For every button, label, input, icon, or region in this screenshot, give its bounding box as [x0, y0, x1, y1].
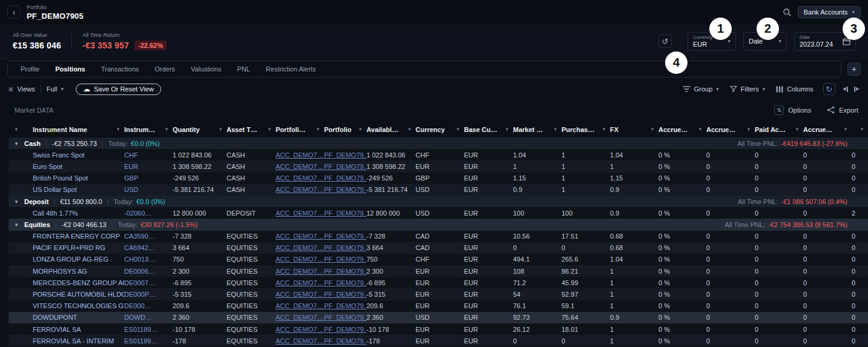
instrument-id-cell[interactable]: EUR	[124, 163, 173, 170]
tab-orders[interactable]: Orders	[147, 61, 183, 77]
column-header[interactable]: Instrument Name▾	[24, 126, 124, 133]
group-chevron-icon[interactable]: ▾	[8, 222, 24, 228]
group-chevron-icon[interactable]: ▾	[8, 140, 24, 147]
instrument-id-cell[interactable]: DE000P…	[124, 291, 173, 298]
group-button[interactable]: Group ▾	[683, 85, 719, 93]
instrument-name-cell[interactable]: PACIF EXPLR+PRD RG	[24, 244, 124, 251]
column-header[interactable]: Quantity▾	[173, 126, 227, 133]
instrument-id-cell[interactable]: CHF	[124, 151, 173, 159]
search-icon[interactable]	[783, 8, 792, 17]
group-row[interactable]: ▾Deposit|€11 500 800.0|Today:€0.0 (0%)Al…	[8, 196, 868, 207]
group-row[interactable]: ▾Cash|-€2 753 250.73|Today:€0.0 (0%)All …	[8, 137, 868, 149]
instrument-id-cell[interactable]: GBP	[124, 174, 173, 182]
account-link[interactable]: ACC_DEMO7…	[276, 314, 324, 321]
column-menu-icon[interactable]: ▾	[317, 127, 319, 132]
tab-transactions[interactable]: Transactions	[93, 61, 147, 77]
instrument-name-cell[interactable]: Call 48h 1.77%	[24, 210, 124, 217]
column-header[interactable]: Accrue…▾	[803, 126, 852, 133]
portfolio-link[interactable]: PF_DEMO79…	[324, 186, 366, 193]
account-link[interactable]: ACC_DEMO7…	[276, 210, 324, 217]
account-link[interactable]: ACC_DEMO7…	[276, 163, 324, 170]
column-menu-icon[interactable]: ▾	[268, 127, 271, 132]
portfolio-link[interactable]: PF_DEMO79…	[324, 233, 366, 240]
column-menu-icon[interactable]: ▾	[796, 127, 798, 132]
expand-all-icon[interactable]: ▾	[8, 127, 24, 132]
instrument-name-cell[interactable]: VITESCO TECHNOLOGIES GR…	[24, 302, 124, 309]
instrument-name-cell[interactable]: US Dollar Spot	[24, 186, 124, 193]
portfolio-link[interactable]: PF_DEMO79…	[324, 291, 366, 298]
column-header[interactable]: Base Cu…▾	[464, 126, 513, 133]
account-link[interactable]: ACC_DEMO7…	[276, 256, 324, 263]
bank-accounts-dropdown[interactable]: Bank Accounts ▾	[798, 6, 861, 18]
table-row[interactable]: US Dollar SpotUSD-5 381 216.74CASHACC_DE…	[8, 184, 868, 196]
account-link[interactable]: ACC_DEMO7…	[276, 268, 324, 275]
column-header[interactable]: FX▾	[610, 126, 658, 133]
instrument-name-cell[interactable]: MERCEDES-BENZ GROUP AG	[24, 279, 124, 286]
column-menu-icon[interactable]: ▾	[457, 127, 459, 132]
instrument-name-cell[interactable]: MORPHOSYS AG	[24, 268, 124, 275]
collapse-right-button[interactable]: ▶	[853, 87, 860, 92]
export-button[interactable]: Export	[827, 106, 858, 114]
tab-valuations[interactable]: Valuations	[183, 61, 230, 77]
portfolio-link[interactable]: PF_DEMO79…	[324, 244, 366, 251]
column-header[interactable]: Accrue…▾	[706, 126, 755, 133]
reset-button[interactable]: ↺	[658, 35, 672, 48]
table-row[interactable]: FERROVIAL SA - INTERIMES01189…-178EQUITI…	[8, 335, 868, 346]
instrument-id-cell[interactable]: CH0013…	[124, 256, 173, 263]
account-link[interactable]: ACC_DEMO7…	[276, 279, 324, 286]
column-header[interactable]: Purchas…▾	[562, 126, 610, 133]
table-row[interactable]: PACIF EXPLR+PRD RGCA6942…3 664EQUITIESAC…	[8, 242, 868, 254]
column-header[interactable]: Instrum…▾	[124, 126, 173, 133]
account-link[interactable]: ACC_DEMO7…	[276, 326, 324, 333]
refresh-button[interactable]: ↻	[823, 83, 835, 95]
column-header[interactable]: Paid Ac…▾	[755, 126, 803, 133]
column-menu-icon[interactable]: ▾	[219, 127, 222, 132]
instrument-id-cell[interactable]: USD	[124, 186, 173, 193]
instrument-name-cell[interactable]: British Pound Spot	[24, 174, 124, 182]
instrument-id-cell[interactable]: ES01189…	[124, 326, 173, 333]
save-or-reset-view-button[interactable]: ☁ Save Or Reset View	[76, 84, 161, 95]
account-link[interactable]: ACC_DEMO7…	[276, 337, 324, 345]
column-header[interactable]: Availabl…▾	[366, 126, 416, 133]
back-button[interactable]: ‹	[7, 5, 21, 19]
account-link[interactable]: ACC_DEMO7…	[276, 244, 324, 251]
instrument-id-cell[interactable]: -02060…	[124, 210, 173, 217]
account-link[interactable]: ACC_DEMO7…	[276, 291, 324, 298]
column-header[interactable]: Portfoli…▾	[276, 126, 324, 133]
column-menu-icon[interactable]: ▾	[747, 127, 750, 132]
table-row[interactable]: FERROVIAL SAES01189…-10 178EQUITIESACC_D…	[8, 323, 868, 335]
account-link[interactable]: ACC_DEMO7…	[276, 233, 324, 240]
column-menu-icon[interactable]: ▾	[651, 127, 654, 132]
instrument-id-cell[interactable]: ES01189…	[124, 337, 173, 345]
column-menu-icon[interactable]: ▾	[408, 127, 411, 132]
column-menu-icon[interactable]: ▾	[699, 127, 701, 132]
table-row[interactable]: British Pound SpotGBP-249 526CASHACC_DEM…	[8, 173, 868, 184]
instrument-name-cell[interactable]: FERROVIAL SA - INTERIM	[24, 337, 124, 345]
column-header[interactable]: Currency▾	[416, 126, 464, 133]
portfolio-link[interactable]: PF_DEMO79…	[324, 174, 366, 182]
table-row[interactable]: Swiss Franc SpotCHF1 022 843.06CASHACC_D…	[8, 149, 868, 160]
account-link[interactable]: ACC_DEMO7…	[276, 174, 324, 182]
table-row[interactable]: FRONTERA ENERGY CORPCA3590…-7 328EQUITIE…	[8, 231, 868, 242]
column-menu-icon[interactable]: ▾	[506, 127, 508, 132]
column-header[interactable]: Asset T…▾	[227, 126, 276, 133]
instrument-id-cell[interactable]: DOWD…	[124, 314, 173, 321]
column-menu-icon[interactable]: ▾	[554, 127, 557, 132]
group-row[interactable]: ▾Equities|-€2 040 466.13|Today:€30 827.2…	[8, 219, 868, 230]
portfolio-link[interactable]: PF_DEMO79…	[324, 256, 366, 263]
table-row[interactable]: MERCEDES-BENZ GROUP AGDE0007…-6 895EQUIT…	[8, 277, 868, 288]
column-menu-icon[interactable]: ▾	[861, 127, 863, 132]
portfolio-link[interactable]: PF_DEMO79…	[324, 326, 366, 333]
portfolio-link[interactable]: PF_DEMO79…	[324, 302, 366, 309]
portfolio-link[interactable]: PF_DEMO79…	[324, 210, 366, 217]
instrument-id-cell[interactable]: DE0007…	[124, 279, 173, 286]
column-menu-icon[interactable]: ▾	[603, 127, 605, 132]
instrument-id-cell[interactable]: CA3590…	[124, 233, 173, 240]
table-row[interactable]: LONZA GROUP AG-REGCH0013…750EQUITIESACC_…	[8, 254, 868, 265]
instrument-name-cell[interactable]: Euro Spot	[24, 163, 124, 170]
instrument-id-cell[interactable]: DE000…	[124, 302, 173, 309]
column-menu-icon[interactable]: ▾	[165, 127, 168, 132]
tab-positions[interactable]: Positions	[47, 61, 93, 77]
tab-restriction-alerts[interactable]: Restriction Alerts	[258, 61, 324, 77]
account-link[interactable]: ACC_DEMO7…	[276, 151, 324, 159]
